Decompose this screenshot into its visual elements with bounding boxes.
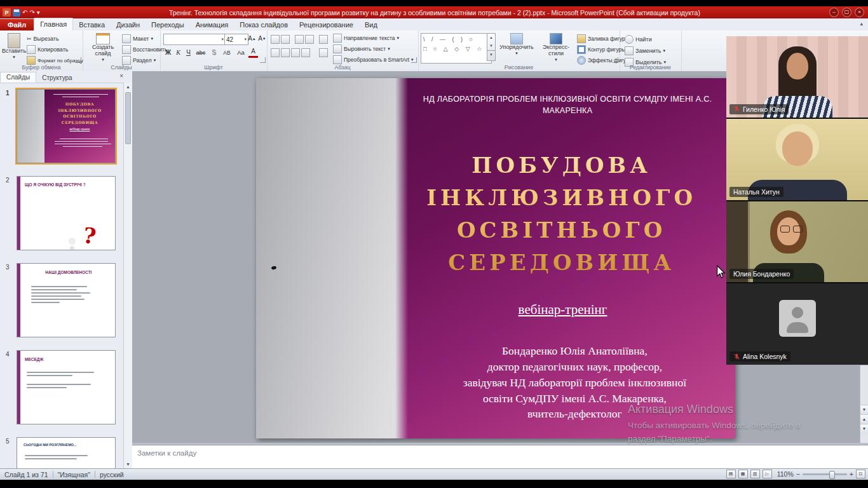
- arrange-button[interactable]: Упорядочить ▾: [498, 32, 535, 65]
- slide-thumbnail-4[interactable]: МЕСЕДЖ: [17, 350, 116, 424]
- paste-button[interactable]: Вставить ▾: [3, 32, 25, 65]
- grow-font-button[interactable]: А▲: [247, 34, 257, 44]
- change-case-button[interactable]: Аа: [234, 48, 247, 58]
- minimize-button[interactable]: –: [829, 8, 839, 17]
- align-right-icon[interactable]: [291, 48, 300, 57]
- tab-animations[interactable]: Анимация: [190, 19, 234, 30]
- bullets-icon[interactable]: [271, 35, 280, 44]
- text-shadow-button[interactable]: S: [209, 48, 219, 58]
- clipboard-dialog-launcher[interactable]: [76, 57, 81, 63]
- italic-button[interactable]: К: [173, 48, 183, 58]
- panel-scroll-down-icon[interactable]: ▼: [124, 460, 132, 468]
- copy-button[interactable]: Копировать: [27, 44, 68, 55]
- slideshow-view-button[interactable]: ▷: [763, 470, 772, 478]
- tab-review[interactable]: Рецензирование: [294, 19, 359, 30]
- shapes-gallery-scroll[interactable]: ▲ ▼ ▼: [487, 33, 496, 61]
- zoom-slider-thumb[interactable]: [829, 471, 835, 479]
- zoom-in-icon[interactable]: +: [850, 470, 853, 478]
- language-indicator[interactable]: русский: [95, 471, 128, 478]
- find-button[interactable]: Найти: [625, 34, 652, 44]
- tab-file[interactable]: Файл: [0, 19, 34, 30]
- tab-outline[interactable]: Структура: [36, 73, 78, 83]
- smartart-button[interactable]: Преобразовать в SmartArt ▾: [333, 55, 414, 65]
- font-color-button[interactable]: А: [248, 48, 258, 58]
- replace-button[interactable]: Заменить ▾: [625, 46, 665, 56]
- shape-outline-button[interactable]: Контур фигуры: [577, 44, 625, 55]
- close-button[interactable]: ×: [855, 8, 864, 17]
- layout-button[interactable]: Макет ▾: [122, 34, 153, 44]
- participant-video-1[interactable]: Гиленко Юлія: [726, 36, 868, 118]
- justify-icon[interactable]: [301, 48, 310, 57]
- font-dialog-launcher[interactable]: [260, 57, 266, 63]
- bold-button[interactable]: Ж: [163, 48, 173, 58]
- maximize-button[interactable]: ▢: [842, 8, 851, 17]
- panel-scroll-up-icon[interactable]: ▲: [124, 83, 132, 91]
- line-spacing-icon[interactable]: [319, 35, 328, 44]
- columns-icon[interactable]: [319, 48, 328, 57]
- numbering-icon[interactable]: [281, 35, 290, 44]
- zoom-slider[interactable]: [803, 473, 847, 475]
- new-slide-button[interactable]: Создать слайд ▾: [86, 32, 120, 65]
- scroll-down-icon[interactable]: ▼: [860, 405, 868, 414]
- zoom-level[interactable]: 110%: [777, 470, 794, 478]
- slide-sorter-view-button[interactable]: ▦: [738, 470, 748, 478]
- save-icon[interactable]: [13, 9, 20, 17]
- shapes-scroll-up-icon[interactable]: ▲: [487, 34, 495, 42]
- cut-button[interactable]: ✂ Вырезать: [27, 34, 59, 44]
- participant-video-4[interactable]: Alina Kolesnyk: [726, 283, 868, 365]
- theme-name[interactable]: "Изящная": [53, 471, 95, 478]
- slide-subtitle-text[interactable]: вебінар-тренінг: [400, 302, 726, 318]
- align-left-icon[interactable]: [271, 48, 280, 57]
- undo-icon[interactable]: ↶: [22, 10, 27, 16]
- strikethrough-button[interactable]: abc: [194, 48, 208, 58]
- shapes-gallery[interactable]: \ / — ( ) ○ □ ○ △ ◇ ▽ ☆: [421, 33, 492, 64]
- tab-slideshow[interactable]: Показ слайдов: [234, 19, 294, 30]
- reading-view-button[interactable]: ▥: [750, 470, 760, 478]
- slide-canvas[interactable]: НД ЛАБОРАТОРІЯ ПРОБЛЕМ ІНКЛЮЗИВНОЇ ОСВІТ…: [256, 78, 735, 438]
- quick-styles-button[interactable]: Экспресс-стили ▾: [536, 32, 576, 65]
- slide-thumbnail-1[interactable]: ПОБУДОВА ІНКЛЮЗИВНОГО ОСВІТНЬОГО СЕРЕДОВ…: [17, 89, 116, 163]
- slide-thumbnail-3[interactable]: НАШІ ДОМОВЛЕНОСТІ: [17, 263, 116, 337]
- normal-view-button[interactable]: ▤: [726, 470, 736, 478]
- align-text-button[interactable]: Выровнять текст ▾: [333, 44, 390, 54]
- participant-video-3[interactable]: Юлия Бондаренко: [726, 201, 868, 283]
- decrease-indent-icon[interactable]: [295, 35, 304, 44]
- redo-icon[interactable]: ↷: [29, 10, 34, 16]
- underline-button[interactable]: Ч: [184, 48, 193, 58]
- tab-view[interactable]: Вид: [359, 19, 383, 30]
- previous-slide-icon[interactable]: ▲: [860, 414, 868, 424]
- tab-slides-thumbnails[interactable]: Слайды: [0, 72, 36, 83]
- shrink-font-button[interactable]: А▼: [257, 34, 267, 44]
- tab-transitions[interactable]: Переходы: [146, 19, 190, 30]
- tab-insert[interactable]: Вставка: [73, 19, 111, 30]
- fit-to-window-button[interactable]: ⊡: [856, 470, 865, 478]
- notes-pane[interactable]: Заметки к слайду: [132, 445, 868, 469]
- slide-title-text[interactable]: ПОБУДОВА ІНКЛЮЗИВНОГО ОСВІТНЬОГО СЕРЕДОВ…: [395, 149, 728, 279]
- drawing-dialog-launcher[interactable]: [613, 57, 618, 63]
- increase-indent-icon[interactable]: [305, 35, 314, 44]
- next-slide-icon[interactable]: ▼: [860, 424, 868, 433]
- zoom-out-icon[interactable]: −: [796, 470, 800, 478]
- slide-thumbnail-2[interactable]: ЩО Я ОЧІКУЮ ВІД ЗУСТРІЧІ ? ?: [17, 176, 116, 250]
- window-controls: – ▢ ×: [829, 8, 868, 17]
- main-scrollbar[interactable]: ▼ ▲ ▼: [860, 365, 868, 443]
- thumbnail-row-5: 5 СЬОГОДНІ МИ РОЗГЛЯНЕМО...: [17, 437, 116, 468]
- participant-video-2[interactable]: Наталья Хитун: [726, 119, 868, 200]
- slides-panel-scrollbar[interactable]: ▲ ▼: [123, 83, 132, 468]
- close-panel-icon[interactable]: ×: [119, 73, 123, 79]
- shapes-scroll-down-icon[interactable]: ▼: [487, 42, 495, 50]
- tab-home[interactable]: Главная: [34, 18, 73, 30]
- paragraph-dialog-launcher[interactable]: [411, 57, 417, 63]
- font-name-combo[interactable]: ▾: [163, 34, 226, 45]
- font-size-combo[interactable]: 42 ▾: [224, 34, 248, 45]
- collapse-ribbon-icon[interactable]: ▴: [860, 20, 863, 27]
- align-center-icon[interactable]: [281, 48, 290, 57]
- tab-design[interactable]: Дизайн: [111, 19, 146, 30]
- group-label-slides: Слайды: [83, 64, 160, 71]
- shapes-more-icon[interactable]: ▼: [487, 50, 495, 59]
- slide-header-text[interactable]: НД ЛАБОРАТОРІЯ ПРОБЛЕМ ІНКЛЮЗИВНОЇ ОСВІТ…: [409, 93, 726, 116]
- slide-thumbnail-5[interactable]: СЬОГОДНІ МИ РОЗГЛЯНЕМО...: [17, 437, 116, 468]
- character-spacing-button[interactable]: АВ: [220, 48, 233, 58]
- panel-scrollbar-thumb[interactable]: [125, 92, 131, 144]
- text-direction-button[interactable]: Направление текста ▾: [333, 33, 399, 43]
